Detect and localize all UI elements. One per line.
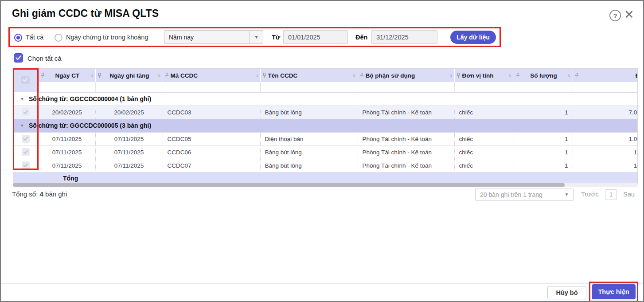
chevron-down-icon: ▼: [250, 31, 263, 43]
row-checkbox[interactable]: [22, 161, 30, 169]
close-icon[interactable]: ✕: [624, 7, 634, 22]
sort-icon[interactable]: ↑↓: [255, 73, 258, 78]
select-all-checkbox[interactable]: [14, 53, 23, 63]
col-don-vi-tinh[interactable]: Đơn vị tính ↑↓: [454, 69, 514, 82]
scrollbar-thumb[interactable]: [13, 183, 565, 187]
fetch-data-button[interactable]: Lấy dữ liệu: [450, 31, 496, 44]
submit-button[interactable]: Thực hiện: [592, 284, 636, 299]
col-ten-ccdc[interactable]: Tên CCDC ↑↓: [260, 69, 358, 82]
to-date-input[interactable]: [371, 30, 437, 44]
chevron-down-icon: ▼: [560, 188, 573, 200]
from-label: Từ: [272, 34, 280, 41]
row-checkbox[interactable]: [22, 108, 30, 116]
next-page-button[interactable]: Sau: [623, 191, 635, 198]
table-row[interactable]: 07/11/2025 07/11/2025 CCDC05 Điện thoại …: [13, 132, 638, 145]
dialog-title: Ghi giảm CCDC từ MISA QLTS: [12, 8, 159, 20]
collapse-caret-icon[interactable]: ▼: [20, 123, 24, 127]
sort-icon[interactable]: ↑↓: [90, 73, 94, 78]
sort-icon[interactable]: ↑↓: [353, 73, 356, 78]
record-count-status: Tổng số: 4 bản ghi: [12, 190, 67, 198]
group-row[interactable]: ▼ Số chứng từ: GGCCDC000005 (3 bản ghi): [13, 119, 638, 132]
col-ngay-ghi-tang[interactable]: Ngày ghi tăng ↑↓: [95, 69, 163, 82]
filter-cell[interactable]: [358, 82, 454, 92]
pin-icon[interactable]: [165, 73, 169, 78]
prev-page-button[interactable]: Trước: [581, 191, 599, 198]
col-ma-ccdc[interactable]: Mã CCDC ↑↓: [163, 69, 260, 82]
table-header-row: Ngày CT ↑↓ Ngày ghi tăng ↑↓ Mã CCDC ↑↓ T…: [13, 69, 638, 82]
period-select-value: Năm nay: [164, 34, 250, 41]
to-label: Đến: [355, 34, 367, 41]
pin-icon[interactable]: [262, 73, 266, 78]
footer-divider: [1, 283, 643, 284]
group-row[interactable]: ▼ Số chứng từ: GGCCDC000004 (1 bản ghi): [13, 92, 638, 106]
record-count: 4: [40, 190, 43, 198]
table-row[interactable]: 07/11/2025 07/11/2025 CCDC06 Bảng bút lô…: [13, 145, 638, 159]
column-checkbox[interactable]: [21, 76, 30, 84]
filter-cell[interactable]: [95, 82, 163, 92]
table-row[interactable]: 07/11/2025 07/11/2025 CCDC07 Bảng bút lô…: [13, 159, 638, 172]
filter-cell[interactable]: [514, 82, 573, 92]
row-checkbox[interactable]: [22, 135, 30, 143]
row-checkbox[interactable]: [22, 148, 30, 156]
select-all-label[interactable]: Chọn tất cả: [27, 55, 62, 62]
pin-icon[interactable]: [457, 73, 461, 78]
from-date-input[interactable]: [283, 30, 348, 44]
sort-icon[interactable]: ↑↓: [509, 73, 512, 78]
pin-icon[interactable]: [575, 73, 579, 78]
cancel-button[interactable]: Hủy bỏ: [547, 286, 586, 299]
col-bo-phan[interactable]: Bộ phận sử dụng ↑↓: [358, 69, 454, 82]
group-label: Số chứng từ: GGCCDC000004 (1 bản ghi): [29, 95, 151, 102]
filter-cell[interactable]: [454, 82, 514, 92]
pin-icon[interactable]: [360, 73, 364, 78]
sort-icon[interactable]: ↑↓: [568, 73, 571, 78]
group-label: Số chứng từ: GGCCDC000005 (3 bản ghi): [29, 122, 151, 129]
help-icon[interactable]: ?: [609, 10, 621, 21]
column-filter-row: [13, 82, 638, 92]
radio-all-label[interactable]: Tất cả: [26, 34, 43, 41]
filter-cell[interactable]: [39, 82, 95, 92]
page-size-select[interactable]: 20 bàn ghi trên 1 trang ▼: [475, 188, 574, 201]
sort-icon[interactable]: ↑↓: [158, 73, 161, 78]
ccdc-table: Ngày CT ↑↓ Ngày ghi tăng ↑↓ Mã CCDC ↑↓ T…: [13, 68, 638, 184]
collapse-caret-icon[interactable]: ▼: [20, 97, 24, 101]
page-number-input[interactable]: 1: [605, 189, 617, 200]
header-checkbox-cell[interactable]: [13, 69, 39, 92]
col-ngay-ct[interactable]: Ngày CT ↑↓: [39, 69, 95, 82]
period-select[interactable]: Năm nay ▼: [164, 30, 263, 44]
ghi-giam-ccdc-dialog: Ghi giảm CCDC từ MISA QLTS ? ✕ Tất cả Ng…: [0, 0, 644, 302]
table-row[interactable]: 20/02/2025 20/02/2025 CCDC03 Bảng bút lô…: [13, 106, 638, 119]
col-so-luong[interactable]: Số lượng ↑↓: [514, 69, 573, 82]
horizontal-scrollbar[interactable]: [13, 183, 638, 187]
pin-icon[interactable]: [516, 73, 520, 78]
page-size-value: 20 bàn ghi trên 1 trang: [476, 191, 560, 198]
col-don-gia[interactable]: Đơn giá: [573, 69, 638, 82]
sort-icon[interactable]: ↑↓: [449, 73, 453, 78]
pin-icon[interactable]: [41, 73, 45, 78]
filter-cell[interactable]: [573, 82, 638, 92]
pin-icon[interactable]: [98, 73, 101, 78]
filter-cell[interactable]: [163, 82, 260, 92]
radio-all[interactable]: [14, 34, 22, 42]
filter-cell[interactable]: [260, 82, 358, 92]
radio-date-range-label[interactable]: Ngày chứng từ trong khoảng: [66, 34, 148, 41]
radio-date-range[interactable]: [55, 34, 62, 42]
